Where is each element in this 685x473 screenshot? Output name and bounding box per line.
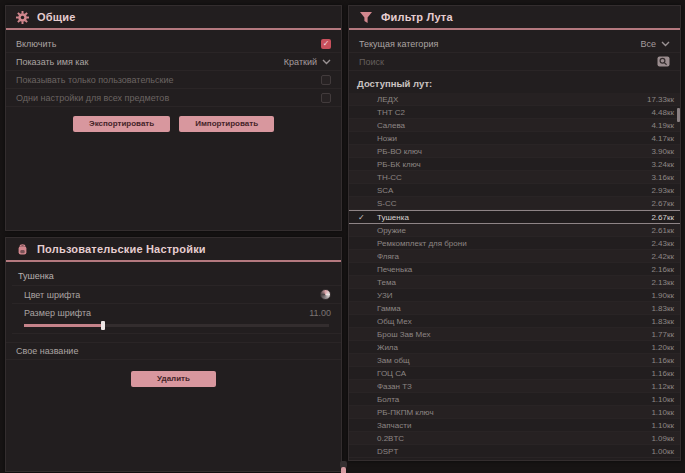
check-icon: ✓: [358, 434, 368, 443]
only-custom-checkbox[interactable]: [321, 75, 331, 85]
loot-row[interactable]: ✓ЛЕДХ17.33кк: [349, 93, 680, 106]
font-size-slider[interactable]: [12, 322, 341, 334]
category-value: Все: [640, 39, 656, 49]
loot-item-value: 2.16кк: [651, 265, 674, 274]
loot-row[interactable]: ✓Жила1.20кк: [349, 341, 680, 354]
check-icon: ✓: [358, 408, 368, 417]
loot-row[interactable]: ✓РБ-ПКПМ ключ1.10кк: [349, 406, 680, 419]
loot-row[interactable]: ✓Салева4.19кк: [349, 119, 680, 132]
loot-item-name: Печенька: [368, 265, 651, 274]
loot-item-name: Тема: [368, 278, 651, 287]
loot-row[interactable]: ✓Фляга2.42кк: [349, 250, 680, 263]
loot-row[interactable]: ✓РБ-ВО ключ3.90кк: [349, 145, 680, 158]
loot-item-name: Болта: [368, 395, 651, 404]
loot-row[interactable]: ✓Болта1.10кк: [349, 393, 680, 406]
loot-item-name: ТНТ С2: [368, 108, 651, 117]
color-wheel-icon[interactable]: [320, 289, 331, 300]
loot-item-value: 2.61кк: [651, 226, 674, 235]
import-button[interactable]: Импортировать: [179, 116, 274, 132]
row-font-size: Размер шрифта 11.00: [12, 304, 341, 322]
slider-track[interactable]: [24, 324, 329, 327]
loot-row[interactable]: ✓Зам общ1.16кк: [349, 354, 680, 367]
panel-general-header: Общие: [6, 6, 341, 30]
font-size-value: 11.00: [309, 308, 331, 318]
loot-item-value: 1.00кк: [651, 447, 674, 456]
loot-item-value: 1.77кк: [651, 330, 674, 339]
custom-name-label: Свое название: [16, 346, 78, 356]
loot-item-value: 2.43кк: [651, 239, 674, 248]
loot-item-name: SCA: [368, 186, 651, 195]
category-dropdown[interactable]: Все: [640, 39, 670, 49]
show-name-value: Краткий: [284, 57, 317, 67]
loot-row[interactable]: ✓DSPT1.00кк: [349, 445, 680, 458]
loot-item-name: ТН-СС: [368, 173, 651, 182]
loot-item-value: 3.90кк: [651, 147, 674, 156]
slider-thumb[interactable]: [101, 321, 105, 330]
loot-item-value: 1.16кк: [651, 369, 674, 378]
loot-row[interactable]: ✓S-CC2.67кк: [349, 197, 680, 210]
loot-item-name: Оружие: [368, 226, 651, 235]
loot-item-value: 2.67кк: [651, 213, 674, 222]
chevron-down-icon: [661, 41, 670, 47]
loot-row[interactable]: ✓SCA2.93кк: [349, 184, 680, 197]
loot-row[interactable]: ✓Ремкомплект для брони2.43кк: [349, 237, 680, 250]
loot-row[interactable]: ✓Тушенка2.67кк: [349, 210, 680, 224]
same-settings-checkbox[interactable]: [321, 93, 331, 103]
loot-row[interactable]: ✓Гамма1.83кк: [349, 302, 680, 315]
loot-row[interactable]: ✓РБ-БК ключ3.24кк: [349, 158, 680, 171]
panel-loot-filter: Фильтр Лута Текущая категория Все: [348, 5, 681, 461]
panel-custom-settings: Пользовательские Настройки Тушенка Цвет …: [5, 237, 342, 472]
loot-item-name: РБ-ПКПМ ключ: [368, 408, 651, 417]
loot-list-title: Доступный лут:: [349, 71, 680, 93]
check-icon: ✓: [358, 213, 368, 222]
loot-row[interactable]: ✓УЗИ1.90кк: [349, 289, 680, 302]
enable-checkbox[interactable]: ✓: [321, 39, 331, 49]
bottom-handle-icon[interactable]: [338, 461, 350, 473]
check-icon: ✓: [358, 369, 368, 378]
font-size-label: Размер шрифта: [24, 308, 91, 318]
loot-row[interactable]: ✓ТН-СС3.16кк: [349, 171, 680, 184]
check-icon: ✓: [358, 108, 368, 117]
custom-name-input[interactable]: Свое название: [6, 342, 341, 360]
loot-row[interactable]: ✓Общ Мех1.83кк: [349, 315, 680, 328]
loot-row[interactable]: ✓ГОЦ СА1.16кк: [349, 367, 680, 380]
loot-row[interactable]: ✓Фазан ТЗ1.12кк: [349, 380, 680, 393]
loot-row[interactable]: ✓Брош Зав Мех1.77кк: [349, 328, 680, 341]
loot-item-value: 2.42кк: [651, 252, 674, 261]
loot-item-name: S-CC: [368, 199, 651, 208]
delete-button[interactable]: Удалить: [131, 371, 216, 387]
loot-item-value: 2.67кк: [651, 199, 674, 208]
loot-row[interactable]: ✓ТНТ С24.48кк: [349, 106, 680, 119]
loot-item-value: 4.17кк: [651, 134, 674, 143]
check-icon: ✓: [358, 226, 368, 235]
loot-item-name: РБ-ВО ключ: [368, 147, 651, 156]
row-category: Текущая категория Все: [349, 35, 680, 53]
check-icon: ✓: [358, 421, 368, 430]
loot-item-name: ЛЕДХ: [368, 95, 647, 104]
loot-item-name: Запчасти: [368, 421, 651, 430]
show-name-dropdown[interactable]: Краткий: [284, 57, 331, 67]
search-input[interactable]: [359, 57, 599, 67]
panel-general-title: Общие: [37, 11, 76, 23]
check-icon: ✓: [358, 147, 368, 156]
loot-item-name: ГОЦ СА: [368, 369, 651, 378]
loot-row[interactable]: ✓0.2BTC1.09кк: [349, 432, 680, 445]
slider-fill: [24, 324, 103, 327]
enable-label: Включить: [16, 39, 56, 49]
check-icon: ✓: [358, 173, 368, 182]
loot-item-name: Гамма: [368, 304, 651, 313]
loot-row[interactable]: ✓Ножи4.17кк: [349, 132, 680, 145]
loot-row[interactable]: ✓Печенька2.16кк: [349, 263, 680, 276]
export-button[interactable]: Экспортировать: [73, 116, 170, 132]
check-icon: ✓: [358, 121, 368, 130]
row-font-color: Цвет шрифта: [12, 286, 341, 304]
check-icon: ✓: [358, 199, 368, 208]
search-icon[interactable]: [657, 56, 670, 67]
loot-row[interactable]: ✓Запчасти1.10кк: [349, 419, 680, 432]
loot-item-name: УЗИ: [368, 291, 651, 300]
loot-item-value: 4.48кк: [651, 108, 674, 117]
loot-row[interactable]: ✓Оружие2.61кк: [349, 224, 680, 237]
panel-filter-title: Фильтр Лута: [381, 11, 453, 23]
loot-row[interactable]: ✓Тема2.13кк: [349, 276, 680, 289]
scrollbar-thumb[interactable]: [677, 108, 680, 122]
